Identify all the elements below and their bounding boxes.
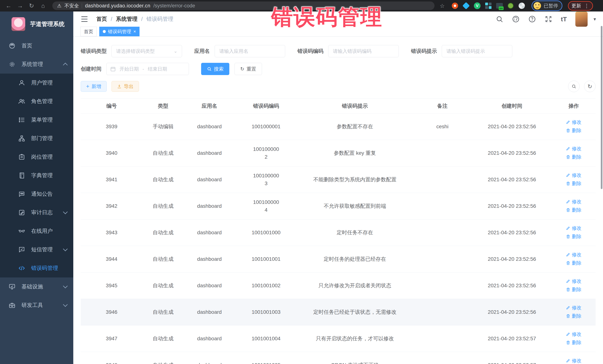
sidebar-item-announcements[interactable]: 通知公告: [0, 185, 73, 203]
profile-paused-badge[interactable]: 已暂停: [532, 0, 562, 11]
delete-button[interactable]: 删除: [566, 206, 581, 214]
pencil-icon: [566, 226, 570, 230]
sidebar-item-label: 错误码管理: [31, 265, 58, 272]
extension-key-icon[interactable]: [507, 2, 514, 9]
sidebar-item-infrastructure[interactable]: 基础设施: [0, 277, 73, 296]
avatar-caret-icon[interactable]: ▾: [593, 16, 596, 22]
trash-icon: [566, 287, 570, 292]
delete-button[interactable]: 删除: [566, 153, 581, 161]
security-warning-icon[interactable]: ⚠: [57, 3, 61, 9]
browser-update-button[interactable]: 更新 ⋮: [568, 1, 593, 11]
trash-icon: [566, 234, 570, 239]
sidebar-item-posts[interactable]: 岗位管理: [0, 148, 73, 166]
extension-puzzle-icon[interactable]: [518, 2, 525, 9]
sidebar-item-menus[interactable]: 菜单管理: [0, 111, 73, 129]
edit-button[interactable]: 修改: [566, 171, 581, 179]
browser-home-icon[interactable]: ⌂: [38, 1, 48, 10]
end-date-placeholder: 结束日期: [148, 66, 167, 72]
sidebar-item-error-code[interactable]: 错误码管理: [0, 259, 73, 277]
sidebar-item-label: 首页: [22, 42, 32, 49]
extension-v-icon[interactable]: V: [474, 2, 481, 9]
error-type-select[interactable]: 请选择错误码类型 ⌄: [112, 45, 182, 57]
scrollbar-thumb[interactable]: [601, 26, 603, 189]
refresh-button[interactable]: ↻: [584, 81, 596, 92]
breadcrumb-home[interactable]: 首页: [96, 15, 107, 23]
extension-on-badge-icon[interactable]: on: [496, 2, 503, 9]
sidebar-item-sms[interactable]: 短信管理: [0, 240, 73, 259]
error-msg-label: 错误码提示: [411, 48, 437, 55]
font-size-icon[interactable]: tT: [561, 16, 567, 23]
delete-button[interactable]: 删除: [566, 127, 581, 134]
sidebar-item-devtools[interactable]: 研发工具: [0, 296, 73, 315]
sidebar-item-roles[interactable]: 角色管理: [0, 92, 73, 111]
edit-button[interactable]: 修改: [566, 304, 581, 311]
github-icon[interactable]: [512, 15, 520, 23]
edit-button[interactable]: 修改: [566, 198, 581, 206]
bookmark-star-icon[interactable]: ☆: [440, 3, 445, 9]
edit-button[interactable]: 修改: [566, 357, 581, 364]
pencil-icon: [566, 332, 570, 336]
date-range-picker[interactable]: 开始日期 - 结束日期: [106, 63, 189, 75]
sidebar-item-online-users[interactable]: 在线用户: [0, 222, 73, 240]
delete-button[interactable]: 删除: [566, 286, 581, 293]
address-bar[interactable]: ⚠ 不安全 dashboard.yudao.iocoder.cn/system/…: [52, 1, 435, 10]
delete-button[interactable]: 删除: [566, 312, 581, 320]
extension-grid-icon[interactable]: [485, 2, 492, 9]
edit-button[interactable]: 修改: [566, 277, 581, 285]
toggle-search-button[interactable]: [568, 81, 580, 92]
sidebar-item-label: 基础设施: [22, 283, 43, 290]
browser-back-icon[interactable]: ←: [4, 1, 13, 10]
extension-gem-icon[interactable]: [463, 2, 470, 9]
code-icon: [18, 265, 25, 272]
delete-button[interactable]: 删除: [566, 232, 581, 240]
table-row: 3944自动生成dashboard1001001001定时任务的处理器已经存在2…: [81, 246, 596, 272]
refresh-icon: ↻: [240, 66, 244, 72]
edit-button[interactable]: 修改: [566, 145, 581, 153]
app-name-input[interactable]: [219, 48, 280, 54]
edit-button[interactable]: 修改: [566, 224, 581, 232]
sidebar-item-label: 部门管理: [31, 135, 53, 142]
close-icon[interactable]: ×: [133, 29, 136, 34]
sidebar-item-home[interactable]: 首页: [0, 36, 73, 55]
delete-button[interactable]: 删除: [566, 339, 581, 346]
sidebar-item-dictionary[interactable]: 字典管理: [0, 166, 73, 185]
sms-icon: [18, 246, 25, 253]
edit-button[interactable]: 修改: [566, 118, 581, 126]
sidebar-item-departments[interactable]: 部门管理: [0, 129, 73, 148]
tab-home[interactable]: 首页: [80, 27, 97, 36]
col-app: 应用名: [184, 99, 235, 113]
extension-orange-icon[interactable]: [452, 2, 458, 9]
edit-button[interactable]: 修改: [566, 330, 581, 338]
update-label: 更新: [571, 3, 581, 9]
search-button[interactable]: 搜索: [201, 63, 229, 75]
sidebar-item-users[interactable]: 用户管理: [0, 74, 73, 92]
browser-forward-icon[interactable]: →: [15, 1, 25, 10]
export-button[interactable]: 导出: [112, 81, 139, 92]
browser-reload-icon[interactable]: ↻: [27, 1, 36, 10]
user-avatar[interactable]: [575, 11, 588, 27]
delete-button[interactable]: 删除: [566, 259, 581, 267]
app-title: 芋道管理系统: [30, 20, 65, 28]
col-actions: 操作: [552, 99, 596, 113]
tags-view-bar: 首页 错误码管理 ×: [73, 27, 603, 36]
fullscreen-icon[interactable]: [545, 15, 552, 23]
search-icon[interactable]: [496, 15, 503, 23]
browser-toolbar: ← → ↻ ⌂ ⚠ 不安全 dashboard.yudao.iocoder.cn…: [0, 0, 603, 11]
delete-button[interactable]: 删除: [566, 180, 581, 187]
sidebar-item-audit-log[interactable]: 审计日志: [0, 203, 73, 222]
browser-menu-icon[interactable]: ⋮: [584, 3, 590, 9]
sidebar-collapse-icon[interactable]: [80, 15, 89, 23]
sidebar-item-label: 角色管理: [31, 98, 53, 105]
sidebar-item-label: 研发工具: [22, 302, 43, 309]
breadcrumb-system[interactable]: 系统管理: [116, 15, 138, 23]
add-button[interactable]: + 新增: [81, 81, 107, 92]
error-msg-input[interactable]: [446, 48, 508, 54]
reset-button[interactable]: ↻ 重置: [234, 63, 262, 75]
tab-error-code[interactable]: 错误码管理 ×: [99, 27, 139, 36]
error-code-input[interactable]: [333, 48, 394, 54]
help-icon[interactable]: [528, 15, 536, 23]
edit-button[interactable]: 修改: [566, 251, 581, 259]
app-logo-row[interactable]: 芋道管理系统: [0, 11, 73, 36]
sidebar-item-system[interactable]: 系统管理: [0, 55, 73, 74]
sidebar-item-label: 字典管理: [31, 172, 53, 179]
